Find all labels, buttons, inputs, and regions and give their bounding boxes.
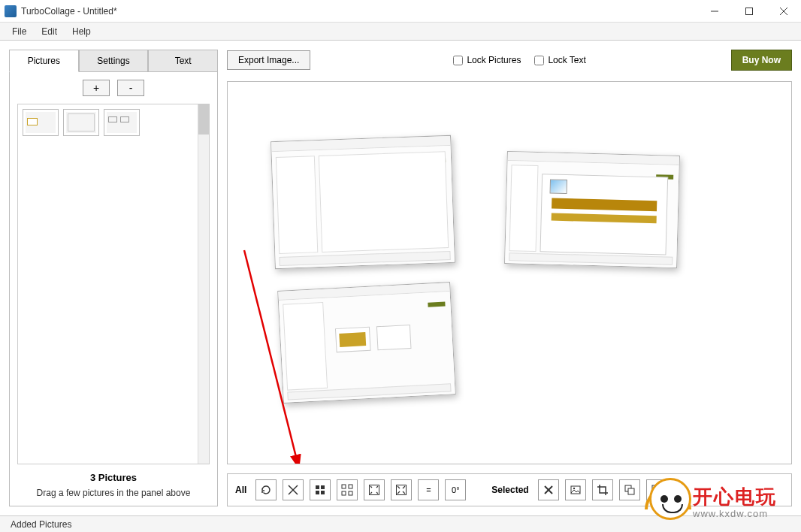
all-label: All xyxy=(235,485,246,495)
shuffle-icon[interactable] xyxy=(283,479,304,500)
app-icon xyxy=(5,5,17,17)
add-picture-button[interactable]: + xyxy=(83,80,110,96)
titlebar: TurboCollage - Untitled* xyxy=(0,0,801,23)
close-button[interactable] xyxy=(766,0,801,23)
menubar: File Edit Help xyxy=(0,23,801,41)
collage-canvas[interactable] xyxy=(227,81,792,464)
svg-rect-11 xyxy=(342,485,346,488)
tab-text[interactable]: Text xyxy=(148,50,218,72)
scrollbar[interactable] xyxy=(198,104,209,464)
crop-icon[interactable] xyxy=(592,479,613,500)
thumbnail[interactable] xyxy=(23,109,59,136)
window-controls xyxy=(697,0,801,22)
statusbar: Added Pictures xyxy=(0,515,801,532)
tab-pictures[interactable]: Pictures xyxy=(9,50,79,72)
expand-icon[interactable] xyxy=(391,479,412,500)
minimize-button[interactable] xyxy=(697,0,732,23)
right-panel: Export Image... Lock Pictures Lock Text … xyxy=(227,50,792,506)
app-title: TurboCollage - Untitled* xyxy=(21,6,697,17)
thumbnail[interactable] xyxy=(63,109,99,136)
lock-checks: Lock Pictures Lock Text xyxy=(453,55,586,65)
maximize-button[interactable] xyxy=(732,0,766,23)
swap-image-icon[interactable] xyxy=(565,479,586,500)
svg-rect-8 xyxy=(321,485,325,489)
svg-rect-22 xyxy=(628,488,634,494)
equal-weight-button[interactable]: = xyxy=(418,479,439,500)
svg-rect-14 xyxy=(349,491,352,495)
thumbnail[interactable] xyxy=(104,109,140,136)
drag-hint: Drag a few pictures in the panel above xyxy=(17,488,210,498)
collage-image[interactable] xyxy=(504,151,680,268)
svg-rect-9 xyxy=(316,491,319,494)
lock-text-check[interactable]: Lock Text xyxy=(534,55,585,65)
tabs: Pictures Settings Text xyxy=(9,50,218,72)
top-toolbar: Export Image... Lock Pictures Lock Text … xyxy=(227,50,792,71)
send-back-icon[interactable] xyxy=(619,479,640,500)
bring-front-icon[interactable] xyxy=(646,479,667,500)
collage-image[interactable] xyxy=(271,135,455,269)
svg-rect-24 xyxy=(652,485,658,491)
grid-gap-icon[interactable] xyxy=(337,479,358,500)
tab-settings[interactable]: Settings xyxy=(79,50,149,72)
svg-rect-10 xyxy=(321,491,325,494)
menu-file[interactable]: File xyxy=(5,24,34,39)
add-remove-row: + - xyxy=(17,80,210,96)
status-text: Added Pictures xyxy=(11,519,71,530)
picture-count: 3 Pictures xyxy=(17,472,210,483)
svg-rect-7 xyxy=(316,485,319,489)
reload-icon[interactable] xyxy=(255,479,277,500)
content: Pictures Settings Text + - 3 Pictures Dr… xyxy=(0,41,801,515)
collage-image[interactable] xyxy=(277,282,456,404)
remove-picture-button[interactable]: - xyxy=(117,80,144,96)
grid-solid-icon[interactable] xyxy=(310,479,331,500)
menu-help[interactable]: Help xyxy=(65,24,98,39)
svg-rect-12 xyxy=(349,485,352,488)
export-button[interactable]: Export Image... xyxy=(227,50,310,70)
selected-label: Selected xyxy=(491,485,528,495)
fit-icon[interactable] xyxy=(364,479,385,500)
bottom-toolbar: All = 0° Selected xyxy=(227,473,792,506)
svg-rect-19 xyxy=(571,486,580,494)
left-panel: Pictures Settings Text + - 3 Pictures Dr… xyxy=(9,50,218,506)
buy-now-button[interactable]: Buy Now xyxy=(731,50,792,71)
svg-rect-1 xyxy=(746,8,753,15)
menu-edit[interactable]: Edit xyxy=(34,24,65,39)
left-caption: 3 Pictures Drag a few pictures in the pa… xyxy=(17,472,210,498)
lock-pictures-check[interactable]: Lock Pictures xyxy=(453,55,521,65)
lock-text-label: Lock Text xyxy=(548,55,585,65)
thumbnail-area[interactable] xyxy=(17,104,210,464)
svg-point-20 xyxy=(573,488,575,489)
thumbnail-list xyxy=(18,104,198,464)
delete-icon[interactable] xyxy=(538,479,559,500)
lock-pictures-label: Lock Pictures xyxy=(467,55,521,65)
zero-degree-button[interactable]: 0° xyxy=(445,479,466,500)
tab-body-pictures: + - 3 Pictures Drag a few pictures in th… xyxy=(9,72,218,506)
svg-rect-13 xyxy=(342,491,346,495)
